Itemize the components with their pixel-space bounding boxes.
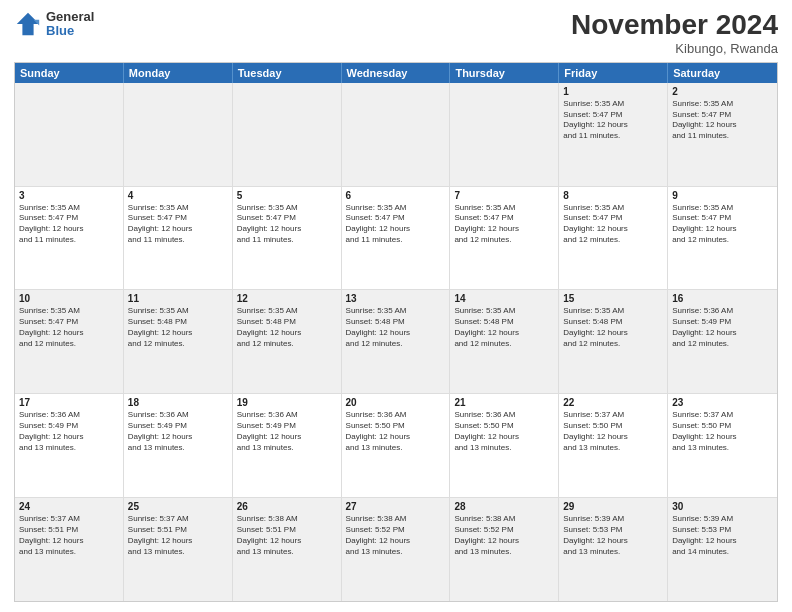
- day-cell-10: 10Sunrise: 5:35 AMSunset: 5:47 PMDayligh…: [15, 290, 124, 393]
- day-number: 29: [563, 501, 663, 512]
- day-cell-12: 12Sunrise: 5:35 AMSunset: 5:48 PMDayligh…: [233, 290, 342, 393]
- cell-info: Sunrise: 5:37 AMSunset: 5:51 PMDaylight:…: [19, 514, 119, 557]
- day-cell-26: 26Sunrise: 5:38 AMSunset: 5:51 PMDayligh…: [233, 498, 342, 601]
- day-cell-18: 18Sunrise: 5:36 AMSunset: 5:49 PMDayligh…: [124, 394, 233, 497]
- cell-info: Sunrise: 5:38 AMSunset: 5:51 PMDaylight:…: [237, 514, 337, 557]
- header-thursday: Thursday: [450, 63, 559, 83]
- day-number: 10: [19, 293, 119, 304]
- calendar-row-1: 3Sunrise: 5:35 AMSunset: 5:47 PMDaylight…: [15, 186, 777, 290]
- logo-text: General Blue: [46, 10, 94, 39]
- empty-cell: [15, 83, 124, 186]
- day-number: 21: [454, 397, 554, 408]
- calendar-body: 1Sunrise: 5:35 AMSunset: 5:47 PMDaylight…: [15, 83, 777, 601]
- cell-info: Sunrise: 5:35 AMSunset: 5:47 PMDaylight:…: [563, 203, 663, 246]
- day-cell-25: 25Sunrise: 5:37 AMSunset: 5:51 PMDayligh…: [124, 498, 233, 601]
- day-number: 12: [237, 293, 337, 304]
- cell-info: Sunrise: 5:35 AMSunset: 5:47 PMDaylight:…: [346, 203, 446, 246]
- day-number: 15: [563, 293, 663, 304]
- day-number: 23: [672, 397, 773, 408]
- day-cell-3: 3Sunrise: 5:35 AMSunset: 5:47 PMDaylight…: [15, 187, 124, 290]
- day-cell-7: 7Sunrise: 5:35 AMSunset: 5:47 PMDaylight…: [450, 187, 559, 290]
- day-cell-23: 23Sunrise: 5:37 AMSunset: 5:50 PMDayligh…: [668, 394, 777, 497]
- day-cell-11: 11Sunrise: 5:35 AMSunset: 5:48 PMDayligh…: [124, 290, 233, 393]
- cell-info: Sunrise: 5:35 AMSunset: 5:48 PMDaylight:…: [128, 306, 228, 349]
- cell-info: Sunrise: 5:37 AMSunset: 5:50 PMDaylight:…: [672, 410, 773, 453]
- cell-info: Sunrise: 5:35 AMSunset: 5:47 PMDaylight:…: [19, 203, 119, 246]
- day-cell-19: 19Sunrise: 5:36 AMSunset: 5:49 PMDayligh…: [233, 394, 342, 497]
- day-number: 24: [19, 501, 119, 512]
- calendar-row-4: 24Sunrise: 5:37 AMSunset: 5:51 PMDayligh…: [15, 497, 777, 601]
- cell-info: Sunrise: 5:35 AMSunset: 5:47 PMDaylight:…: [454, 203, 554, 246]
- svg-marker-0: [17, 13, 39, 35]
- day-number: 30: [672, 501, 773, 512]
- logo-icon: [14, 10, 42, 38]
- day-cell-21: 21Sunrise: 5:36 AMSunset: 5:50 PMDayligh…: [450, 394, 559, 497]
- day-number: 5: [237, 190, 337, 201]
- title-block: November 2024 Kibungo, Rwanda: [571, 10, 778, 56]
- day-number: 20: [346, 397, 446, 408]
- empty-cell: [450, 83, 559, 186]
- cell-info: Sunrise: 5:38 AMSunset: 5:52 PMDaylight:…: [454, 514, 554, 557]
- logo-blue-text: Blue: [46, 24, 94, 38]
- header-friday: Friday: [559, 63, 668, 83]
- day-number: 11: [128, 293, 228, 304]
- day-cell-4: 4Sunrise: 5:35 AMSunset: 5:47 PMDaylight…: [124, 187, 233, 290]
- header: General Blue November 2024 Kibungo, Rwan…: [14, 10, 778, 56]
- calendar-row-2: 10Sunrise: 5:35 AMSunset: 5:47 PMDayligh…: [15, 289, 777, 393]
- location: Kibungo, Rwanda: [571, 41, 778, 56]
- cell-info: Sunrise: 5:39 AMSunset: 5:53 PMDaylight:…: [672, 514, 773, 557]
- calendar: SundayMondayTuesdayWednesdayThursdayFrid…: [14, 62, 778, 602]
- day-cell-13: 13Sunrise: 5:35 AMSunset: 5:48 PMDayligh…: [342, 290, 451, 393]
- day-cell-16: 16Sunrise: 5:36 AMSunset: 5:49 PMDayligh…: [668, 290, 777, 393]
- header-sunday: Sunday: [15, 63, 124, 83]
- page: General Blue November 2024 Kibungo, Rwan…: [0, 0, 792, 612]
- day-number: 27: [346, 501, 446, 512]
- header-wednesday: Wednesday: [342, 63, 451, 83]
- day-cell-14: 14Sunrise: 5:35 AMSunset: 5:48 PMDayligh…: [450, 290, 559, 393]
- header-tuesday: Tuesday: [233, 63, 342, 83]
- day-cell-1: 1Sunrise: 5:35 AMSunset: 5:47 PMDaylight…: [559, 83, 668, 186]
- day-cell-8: 8Sunrise: 5:35 AMSunset: 5:47 PMDaylight…: [559, 187, 668, 290]
- cell-info: Sunrise: 5:36 AMSunset: 5:50 PMDaylight:…: [454, 410, 554, 453]
- empty-cell: [233, 83, 342, 186]
- header-saturday: Saturday: [668, 63, 777, 83]
- cell-info: Sunrise: 5:38 AMSunset: 5:52 PMDaylight:…: [346, 514, 446, 557]
- day-cell-27: 27Sunrise: 5:38 AMSunset: 5:52 PMDayligh…: [342, 498, 451, 601]
- day-number: 7: [454, 190, 554, 201]
- cell-info: Sunrise: 5:36 AMSunset: 5:49 PMDaylight:…: [237, 410, 337, 453]
- day-number: 9: [672, 190, 773, 201]
- cell-info: Sunrise: 5:35 AMSunset: 5:47 PMDaylight:…: [19, 306, 119, 349]
- empty-cell: [342, 83, 451, 186]
- day-number: 22: [563, 397, 663, 408]
- cell-info: Sunrise: 5:35 AMSunset: 5:47 PMDaylight:…: [672, 203, 773, 246]
- day-number: 3: [19, 190, 119, 201]
- day-number: 18: [128, 397, 228, 408]
- day-number: 14: [454, 293, 554, 304]
- cell-info: Sunrise: 5:37 AMSunset: 5:51 PMDaylight:…: [128, 514, 228, 557]
- day-cell-24: 24Sunrise: 5:37 AMSunset: 5:51 PMDayligh…: [15, 498, 124, 601]
- day-number: 4: [128, 190, 228, 201]
- month-title: November 2024: [571, 10, 778, 41]
- day-cell-22: 22Sunrise: 5:37 AMSunset: 5:50 PMDayligh…: [559, 394, 668, 497]
- day-cell-30: 30Sunrise: 5:39 AMSunset: 5:53 PMDayligh…: [668, 498, 777, 601]
- cell-info: Sunrise: 5:35 AMSunset: 5:48 PMDaylight:…: [346, 306, 446, 349]
- day-number: 28: [454, 501, 554, 512]
- cell-info: Sunrise: 5:35 AMSunset: 5:48 PMDaylight:…: [454, 306, 554, 349]
- cell-info: Sunrise: 5:35 AMSunset: 5:48 PMDaylight:…: [563, 306, 663, 349]
- day-number: 1: [563, 86, 663, 97]
- day-cell-9: 9Sunrise: 5:35 AMSunset: 5:47 PMDaylight…: [668, 187, 777, 290]
- empty-cell: [124, 83, 233, 186]
- cell-info: Sunrise: 5:36 AMSunset: 5:49 PMDaylight:…: [19, 410, 119, 453]
- cell-info: Sunrise: 5:35 AMSunset: 5:48 PMDaylight:…: [237, 306, 337, 349]
- day-number: 17: [19, 397, 119, 408]
- day-number: 6: [346, 190, 446, 201]
- header-monday: Monday: [124, 63, 233, 83]
- day-cell-29: 29Sunrise: 5:39 AMSunset: 5:53 PMDayligh…: [559, 498, 668, 601]
- calendar-header: SundayMondayTuesdayWednesdayThursdayFrid…: [15, 63, 777, 83]
- day-cell-20: 20Sunrise: 5:36 AMSunset: 5:50 PMDayligh…: [342, 394, 451, 497]
- cell-info: Sunrise: 5:35 AMSunset: 5:47 PMDaylight:…: [237, 203, 337, 246]
- day-number: 26: [237, 501, 337, 512]
- day-cell-6: 6Sunrise: 5:35 AMSunset: 5:47 PMDaylight…: [342, 187, 451, 290]
- calendar-row-3: 17Sunrise: 5:36 AMSunset: 5:49 PMDayligh…: [15, 393, 777, 497]
- cell-info: Sunrise: 5:36 AMSunset: 5:49 PMDaylight:…: [672, 306, 773, 349]
